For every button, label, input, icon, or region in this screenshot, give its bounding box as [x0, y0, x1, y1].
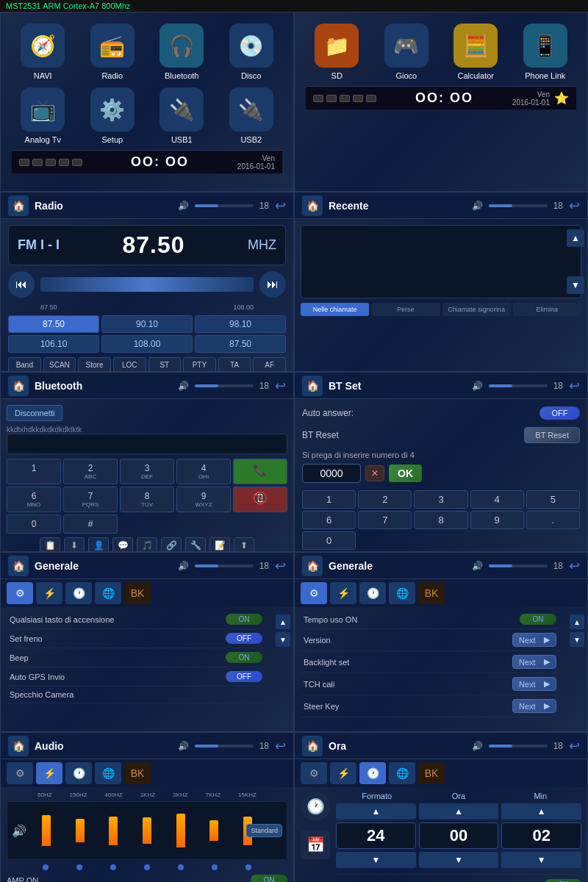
radio-vol-bar[interactable]	[195, 204, 254, 207]
gen1-toggle-1[interactable]: OFF	[226, 633, 262, 644]
recente-scroll-down[interactable]: ▼	[567, 276, 584, 294]
gen2-tab-bk[interactable]: BK	[418, 582, 445, 604]
tab-chiamate-signorina[interactable]: Chiamate signorina	[442, 303, 511, 316]
gen1-home-btn[interactable]: 🏠	[8, 556, 29, 576]
ora-home-btn[interactable]: 🏠	[302, 736, 323, 756]
audio-tab-clock[interactable]: 🕐	[65, 762, 92, 784]
gen2-next-4[interactable]: Next▶	[512, 699, 556, 713]
btset-key-1[interactable]: 1	[302, 490, 356, 509]
recente-vol-bar[interactable]	[489, 204, 548, 207]
audio-tab-gear[interactable]: ⚙	[7, 762, 33, 784]
af-btn[interactable]: AF	[253, 357, 286, 372]
gen2-vol-bar[interactable]	[489, 564, 548, 567]
btset-key-0[interactable]: 0	[302, 531, 356, 550]
bt-home-btn[interactable]: 🏠	[8, 376, 29, 396]
radio-icon-item[interactable]: 📻 Radio	[82, 24, 144, 80]
gen1-scroll-up[interactable]: ▲	[276, 614, 290, 629]
bt-key-4[interactable]: 4GHI	[176, 459, 231, 484]
preset-4[interactable]: 108.00	[101, 335, 193, 353]
bt-key-8[interactable]: 8TUV	[120, 487, 174, 512]
preset-3[interactable]: 106.10	[8, 335, 99, 353]
usb2-icon-item[interactable]: 🔌 USB2	[220, 87, 283, 144]
radio-back-btn[interactable]: ↩	[275, 198, 286, 214]
gen2-scroll-down[interactable]: ▼	[570, 632, 584, 647]
navi-icon-item[interactable]: 🧭 NAVI	[12, 24, 74, 80]
gen2-tab-clock[interactable]: 🕐	[359, 582, 386, 604]
bt-input-row[interactable]	[7, 434, 287, 454]
preset-0[interactable]: 87.50	[8, 315, 99, 333]
tab-nelle-chiamate[interactable]: Nelle chiamate	[301, 303, 369, 316]
bt-icon-8[interactable]: 📝	[209, 537, 230, 552]
preset-1[interactable]: 90.10	[101, 315, 193, 333]
ora-calendar-icon[interactable]: 📅	[301, 830, 330, 859]
pin-input[interactable]: 0000	[302, 464, 361, 483]
eq-bar-1[interactable]	[76, 802, 85, 859]
bt-key-7[interactable]: 7PQRS	[63, 487, 118, 512]
gen2-next-3[interactable]: Next▶	[512, 677, 556, 691]
gen1-toggle-2[interactable]: ON	[226, 652, 262, 663]
ora-tab-eq[interactable]: ⚡	[330, 762, 356, 784]
gen2-tab-gear[interactable]: ⚙	[301, 582, 327, 604]
bt-back-btn[interactable]: ↩	[275, 378, 286, 394]
amp-toggle[interactable]: ON	[251, 875, 287, 882]
bt-icon-2[interactable]: ⬇	[64, 537, 85, 552]
audio-back-btn[interactable]: ↩	[275, 738, 286, 754]
bt-key-3[interactable]: 3DEF	[120, 459, 174, 484]
btset-key-6[interactable]: 6	[302, 511, 356, 529]
bt-call-btn[interactable]: 📞	[233, 459, 287, 484]
btset-key-5[interactable]: 5	[526, 490, 580, 509]
gioco-icon-item[interactable]: 🎮 Gioco	[376, 24, 438, 80]
preset-2[interactable]: 98.10	[195, 315, 286, 333]
btset-key-9[interactable]: 9	[470, 511, 524, 529]
gen1-back-btn[interactable]: ↩	[275, 558, 286, 574]
gen2-next-2[interactable]: Next▶	[512, 655, 556, 669]
gen1-toggle-0[interactable]: ON	[226, 614, 262, 625]
ora-back-btn[interactable]: ↩	[569, 738, 580, 754]
loc-btn[interactable]: LOC	[113, 357, 146, 372]
ora-tab-clock[interactable]: 🕐	[359, 762, 386, 784]
scan-btn[interactable]: SCAN	[43, 357, 76, 372]
min-up-btn[interactable]: ▲	[501, 803, 581, 820]
preset-5[interactable]: 87.50	[195, 335, 286, 353]
gen1-tab-globe[interactable]: 🌐	[95, 582, 121, 604]
bt-icon-9[interactable]: ⬆	[234, 537, 254, 552]
eq-bar-2[interactable]	[109, 802, 118, 859]
btset-vol-bar[interactable]	[489, 384, 548, 387]
bt-vol-bar[interactable]	[195, 384, 254, 387]
gen1-vol-bar[interactable]	[195, 564, 254, 567]
bt-icon-6[interactable]: 🔗	[161, 537, 182, 552]
recente-scroll-up[interactable]: ▲	[567, 229, 584, 247]
pin-clear-btn[interactable]: ✕	[365, 465, 384, 481]
eq-bar-0[interactable]	[42, 802, 51, 859]
calculator-icon-item[interactable]: 🧮 Calculator	[445, 24, 507, 80]
bt-hangup-btn[interactable]: 📵	[233, 487, 287, 512]
min-down-btn[interactable]: ▼	[501, 852, 581, 868]
bt-disconnect-btn[interactable]: Disconnetti	[7, 405, 62, 421]
gen2-tab-globe[interactable]: 🌐	[389, 582, 415, 604]
formato-up-btn[interactable]: ▲	[336, 803, 416, 820]
gen2-tab-eq[interactable]: ⚡	[330, 582, 356, 604]
btset-home-btn[interactable]: 🏠	[302, 376, 323, 396]
st-btn[interactable]: ST	[148, 357, 182, 372]
ora-tab-bk[interactable]: BK	[418, 762, 445, 784]
radio-next-btn[interactable]: ⏭	[259, 271, 286, 298]
bt-icon-1[interactable]: 📋	[40, 537, 60, 552]
eq-bar-4[interactable]	[176, 802, 185, 859]
store-btn[interactable]: Store	[78, 357, 111, 372]
ora-tab-globe[interactable]: 🌐	[389, 762, 415, 784]
gen1-toggle-3[interactable]: OFF	[226, 671, 262, 682]
ora-up-btn[interactable]: ▲	[419, 803, 499, 820]
bt-icon-5[interactable]: 🎵	[137, 537, 157, 552]
gen2-toggle-0[interactable]: ON	[520, 614, 556, 625]
gen1-tab-bk[interactable]: BK	[124, 582, 151, 604]
gen2-home-btn[interactable]: 🏠	[302, 556, 323, 576]
radio-freq-slider[interactable]	[40, 277, 254, 292]
audio-tab-globe[interactable]: 🌐	[95, 762, 121, 784]
btset-key-2[interactable]: 2	[358, 490, 412, 509]
tab-perse[interactable]: Perse	[371, 303, 440, 316]
formato-down-btn[interactable]: ▼	[336, 852, 416, 868]
gen1-tab-clock[interactable]: 🕐	[65, 582, 92, 604]
recente-back-btn[interactable]: ↩	[569, 198, 580, 214]
gen1-tab-gear[interactable]: ⚙	[7, 582, 33, 604]
bt-key-0[interactable]: 0	[7, 514, 61, 534]
